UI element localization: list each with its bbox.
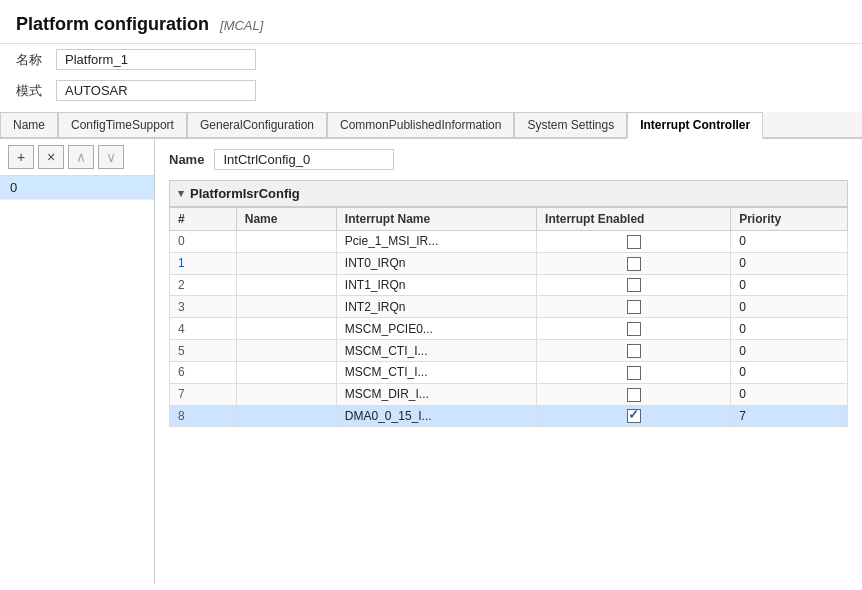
col-header-priority: Priority [731, 208, 848, 231]
tab-generalconfiguration[interactable]: GeneralConfiguration [187, 112, 327, 137]
cell-index: 8 [170, 405, 237, 427]
cell-name [236, 318, 336, 340]
cell-interrupt-enabled[interactable] [537, 383, 731, 405]
title-subtitle: [MCAL] [220, 18, 263, 33]
cell-priority: 0 [731, 383, 848, 405]
list-items: 0 [0, 176, 154, 584]
interrupt-enabled-checkbox[interactable] [627, 235, 641, 249]
cell-priority: 0 [731, 274, 848, 296]
cell-index: 5 [170, 340, 237, 362]
table-row[interactable]: 4MSCM_PCIE0...0 [170, 318, 848, 340]
add-button[interactable]: + [8, 145, 34, 169]
name-field-row: 名称 Platform_1 [0, 44, 862, 75]
interrupt-enabled-checkbox[interactable] [627, 322, 641, 336]
remove-button[interactable]: × [38, 145, 64, 169]
tab-interrupt-controller[interactable]: Interrupt Controller [627, 112, 763, 139]
table-row[interactable]: 5MSCM_CTI_I...0 [170, 340, 848, 362]
tab-system-settings[interactable]: System Settings [514, 112, 627, 137]
isr-table: #NameInterrupt NameInterrupt EnabledPrio… [169, 207, 848, 427]
left-panel: + × ∧ ∨ 0 [0, 139, 155, 584]
cell-index: 3 [170, 296, 237, 318]
col-header-interrupt-name: Interrupt Name [336, 208, 536, 231]
name-field-value: Platform_1 [56, 49, 256, 70]
section-chevron-icon: ▾ [178, 187, 184, 200]
cell-index: 4 [170, 318, 237, 340]
title-text: Platform configuration [16, 14, 209, 34]
col-header-#: # [170, 208, 237, 231]
config-name-row: Name IntCtrlConfig_0 [169, 149, 848, 170]
config-name-label: Name [169, 152, 204, 167]
cell-irq-name: MSCM_CTI_I... [336, 361, 536, 383]
cell-name [236, 340, 336, 362]
cell-index: 1 [170, 252, 237, 274]
toolbar: + × ∧ ∨ [0, 139, 154, 176]
cell-name [236, 231, 336, 253]
cell-irq-name: INT0_IRQn [336, 252, 536, 274]
interrupt-enabled-checkbox[interactable] [627, 366, 641, 380]
cell-interrupt-enabled[interactable] [537, 340, 731, 362]
table-row[interactable]: 8DMA0_0_15_I...7 [170, 405, 848, 427]
cell-priority: 0 [731, 361, 848, 383]
right-panel: Name IntCtrlConfig_0 ▾ PlatformIsrConfig… [155, 139, 862, 584]
cell-name [236, 296, 336, 318]
cell-name [236, 405, 336, 427]
cell-name [236, 252, 336, 274]
tab-name[interactable]: Name [0, 112, 58, 137]
up-button[interactable]: ∧ [68, 145, 94, 169]
cell-irq-name: INT1_IRQn [336, 274, 536, 296]
interrupt-enabled-checkbox[interactable] [627, 257, 641, 271]
page-header: Platform configuration [MCAL] [0, 0, 862, 44]
tab-configtimesupport[interactable]: ConfigTimeSupport [58, 112, 187, 137]
interrupt-enabled-checkbox[interactable] [627, 409, 641, 423]
down-button[interactable]: ∨ [98, 145, 124, 169]
config-name-value: IntCtrlConfig_0 [214, 149, 394, 170]
tabs-bar: NameConfigTimeSupportGeneralConfiguratio… [0, 112, 862, 139]
cell-name [236, 274, 336, 296]
cell-name [236, 361, 336, 383]
table-row[interactable]: 7MSCM_DIR_I...0 [170, 383, 848, 405]
cell-priority: 0 [731, 252, 848, 274]
table-row[interactable]: 0Pcie_1_MSI_IR...0 [170, 231, 848, 253]
cell-priority: 0 [731, 296, 848, 318]
cell-index: 7 [170, 383, 237, 405]
cell-priority: 0 [731, 318, 848, 340]
page-title: Platform configuration [MCAL] [16, 14, 846, 35]
cell-irq-name: MSCM_DIR_I... [336, 383, 536, 405]
cell-irq-name: DMA0_0_15_I... [336, 405, 536, 427]
tab-commonpublishedinformation[interactable]: CommonPublishedInformation [327, 112, 514, 137]
list-item[interactable]: 0 [0, 176, 154, 200]
table-row[interactable]: 6MSCM_CTI_I...0 [170, 361, 848, 383]
interrupt-enabled-checkbox[interactable] [627, 344, 641, 358]
interrupt-enabled-checkbox[interactable] [627, 278, 641, 292]
table-row[interactable]: 2INT1_IRQn0 [170, 274, 848, 296]
content-area: + × ∧ ∨ 0 Name IntCtrlConfig_0 ▾ Platfor… [0, 139, 862, 584]
mode-field-row: 模式 AUTOSAR [0, 75, 862, 106]
section-header[interactable]: ▾ PlatformIsrConfig [169, 180, 848, 207]
mode-field-value: AUTOSAR [56, 80, 256, 101]
col-header-interrupt-enabled: Interrupt Enabled [537, 208, 731, 231]
cell-interrupt-enabled[interactable] [537, 231, 731, 253]
cell-index: 0 [170, 231, 237, 253]
cell-priority: 0 [731, 340, 848, 362]
cell-priority: 7 [731, 405, 848, 427]
cell-priority: 0 [731, 231, 848, 253]
cell-name [236, 383, 336, 405]
mode-field-label: 模式 [16, 82, 46, 100]
cell-interrupt-enabled[interactable] [537, 274, 731, 296]
table-row[interactable]: 1INT0_IRQn0 [170, 252, 848, 274]
cell-irq-name: MSCM_CTI_I... [336, 340, 536, 362]
col-header-name: Name [236, 208, 336, 231]
cell-interrupt-enabled[interactable] [537, 405, 731, 427]
cell-interrupt-enabled[interactable] [537, 296, 731, 318]
interrupt-enabled-checkbox[interactable] [627, 300, 641, 314]
cell-index: 6 [170, 361, 237, 383]
cell-interrupt-enabled[interactable] [537, 252, 731, 274]
cell-irq-name: INT2_IRQn [336, 296, 536, 318]
cell-irq-name: MSCM_PCIE0... [336, 318, 536, 340]
section-label: PlatformIsrConfig [190, 186, 300, 201]
cell-index: 2 [170, 274, 237, 296]
table-row[interactable]: 3INT2_IRQn0 [170, 296, 848, 318]
cell-interrupt-enabled[interactable] [537, 318, 731, 340]
interrupt-enabled-checkbox[interactable] [627, 388, 641, 402]
cell-interrupt-enabled[interactable] [537, 361, 731, 383]
